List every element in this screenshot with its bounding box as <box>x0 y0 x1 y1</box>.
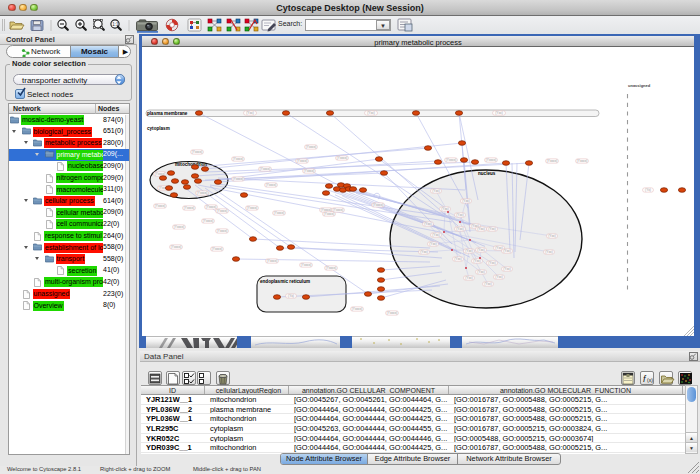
svg-text:(Yxxxx): (Yxxxx) <box>324 212 335 216</box>
svg-text:(Yxx): (Yxx) <box>548 234 555 238</box>
svg-text:(Yxx): (Yxx) <box>367 111 374 115</box>
svg-text:endoplasmic reticulum: endoplasmic reticulum <box>260 279 310 284</box>
svg-text:(Yxx): (Yxx) <box>465 276 472 280</box>
svg-text:(Yxx): (Yxx) <box>454 257 461 261</box>
svg-text:(Yxx): (Yxx) <box>246 111 253 115</box>
svg-text:(Yxxxx): (Yxxxx) <box>486 158 497 162</box>
svg-text:cytoplasm: cytoplasm <box>147 126 170 131</box>
svg-text:(Yxxxx): (Yxxxx) <box>352 307 363 311</box>
svg-text:(Yxx): (Yxx) <box>432 233 439 237</box>
svg-text:(Yxxxx): (Yxxxx) <box>373 203 384 207</box>
svg-text:(Yxx): (Yxx) <box>462 199 469 203</box>
svg-text:(Yxxxx): (Yxxxx) <box>192 150 203 154</box>
svg-text:1:1: 1:1 <box>112 22 119 27</box>
svg-text:(Yxxxx): (Yxxxx) <box>197 191 208 195</box>
svg-text:(Yxx): (Yxx) <box>432 189 439 193</box>
svg-text:(Yxx): (Yxx) <box>503 249 510 253</box>
svg-text:(Yxxxx): (Yxxxx) <box>174 225 185 229</box>
svg-text:(Yxx): (Yxx) <box>424 222 431 226</box>
svg-text:(Yxxxx): (Yxxxx) <box>233 177 244 181</box>
svg-text:(Yxx): (Yxx) <box>495 275 502 279</box>
svg-text:(Yxxxx): (Yxxxx) <box>547 159 558 163</box>
svg-text:nucleus: nucleus <box>478 171 496 176</box>
svg-text:(Yxx): (Yxx) <box>477 248 484 252</box>
svg-text:(Yxxxx): (Yxxxx) <box>247 206 258 210</box>
svg-text:unassigned: unassigned <box>628 83 651 88</box>
svg-text:(Yxxxx): (Yxxxx) <box>217 209 228 213</box>
svg-text:(Yxxxx): (Yxxxx) <box>387 311 398 315</box>
svg-text:(Yxx): (Yxx) <box>488 227 495 231</box>
svg-text:plasma membrane: plasma membrane <box>147 111 188 116</box>
svg-text:(Yxxxx): (Yxxxx) <box>446 158 457 162</box>
svg-text:(x): (x) <box>647 377 653 383</box>
svg-text:(Yxx): (Yxx) <box>477 227 484 231</box>
svg-text:(Yxx): (Yxx) <box>456 213 463 217</box>
svg-text:(Yxxxx): (Yxxxx) <box>306 145 317 149</box>
svg-text:(Yxxxx): (Yxxxx) <box>217 229 228 233</box>
svg-text:(Yxxxx): (Yxxxx) <box>203 219 214 223</box>
svg-text:(Yxxxx): (Yxxxx) <box>233 157 244 161</box>
svg-text:(Yxx): (Yxx) <box>477 270 484 274</box>
svg-text:(Yxxxx): (Yxxxx) <box>155 204 166 208</box>
svg-text:(Yxx): (Yxx) <box>503 267 510 271</box>
svg-text:(Yx): (Yx) <box>645 188 651 192</box>
svg-text:(Yxxxx): (Yxxxx) <box>260 167 271 171</box>
svg-text:(Yxxxx): (Yxxxx) <box>304 169 315 173</box>
svg-text:(Yxxxx): (Yxxxx) <box>326 266 337 270</box>
svg-text:(Yxxxx): (Yxxxx) <box>297 159 308 163</box>
svg-text:(Yxx): (Yxx) <box>495 111 502 115</box>
svg-text:(Yxx): (Yxx) <box>465 249 472 253</box>
svg-text:(Yxx): (Yxx) <box>484 282 491 286</box>
svg-text:(Yxxxx): (Yxxxx) <box>274 211 285 215</box>
svg-text:(Yxx): (Yxx) <box>488 261 495 265</box>
svg-text:(Yx): (Yx) <box>288 294 294 298</box>
svg-text:(Yxx): (Yxx) <box>420 250 427 254</box>
svg-text:(Yxxxx): (Yxxxx) <box>267 259 278 263</box>
svg-text:(Yxx): (Yxx) <box>429 242 436 246</box>
svg-text:(Yxxxx): (Yxxxx) <box>266 183 277 187</box>
svg-text:(Yxx): (Yxx) <box>545 250 552 254</box>
svg-text:(Yxxxx): (Yxxxx) <box>212 247 223 251</box>
svg-text:(Yxxxx): (Yxxxx) <box>301 263 312 267</box>
svg-text:(Yxxxx): (Yxxxx) <box>206 205 217 209</box>
svg-text:(Yxx): (Yxx) <box>456 227 463 231</box>
svg-text:(Yxx): (Yxx) <box>473 259 480 263</box>
svg-text:(Yxxxx): (Yxxxx) <box>184 206 195 210</box>
svg-text:(Yxx): (Yxx) <box>441 207 448 211</box>
svg-text:(Yxxxx): (Yxxxx) <box>171 245 182 249</box>
svg-text:(Yxxxx): (Yxxxx) <box>337 156 348 160</box>
svg-text:(Yxxxx): (Yxxxx) <box>577 159 588 163</box>
